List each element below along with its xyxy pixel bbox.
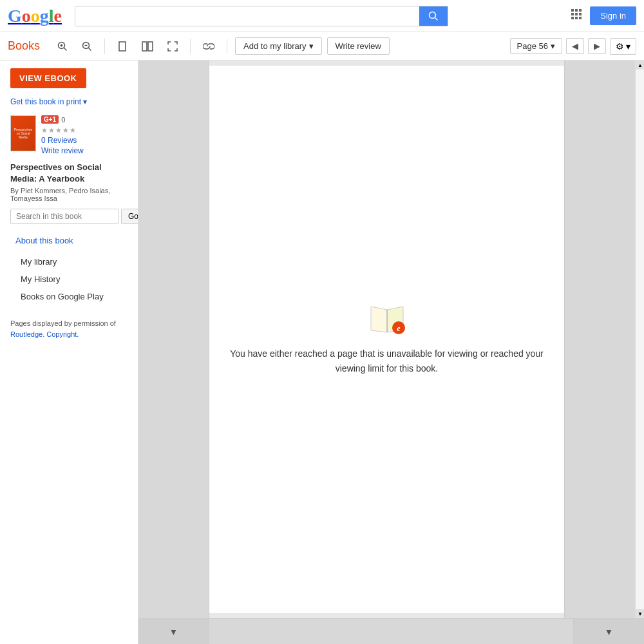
reviews-link[interactable]: 0 Reviews [41,136,130,145]
search-bar [75,6,448,26]
main-layout: VIEW EBOOK Get this book in print ▾ Pers… [0,61,644,644]
single-page-icon [117,41,128,52]
next-page-button[interactable]: ▶ [588,38,606,54]
settings-button[interactable]: ⚙ ▾ [610,38,636,55]
sidebar-item-my-library[interactable]: My library [10,253,130,270]
bottom-bar: ▼ ▼ [138,618,644,644]
left-page-area [138,61,209,618]
book-title: Perspectives on Social Media: A Yearbook [10,162,130,185]
toolbar-separator-3 [227,39,227,54]
view-ebook-button[interactable]: VIEW EBOOK [10,68,86,88]
sidebar-item-books-google-play[interactable]: Books on Google Play [10,288,130,305]
book-search-go-button[interactable]: Go [121,209,138,224]
topbar-right: Sign in [571,6,636,25]
toolbar-right: Page 56 ▾ ◀ ▶ ⚙ ▾ [510,38,636,55]
search-button[interactable] [419,6,448,26]
main-page: e You have either reached a page that is… [209,66,564,613]
apps-icon[interactable] [571,8,582,23]
search-input[interactable] [75,6,419,26]
search-icon [428,11,439,21]
right-scrollbar: ▲ ▼ [635,61,644,618]
scroll-track [636,70,644,609]
svg-rect-3 [575,9,578,12]
svg-point-0 [430,12,436,18]
svg-rect-8 [571,17,574,19]
top-navigation-bar: Google Sign in [0,0,644,32]
get-print-link[interactable]: Get this book in print ▾ [10,97,130,106]
copyright-link[interactable]: Copyright [46,330,77,338]
get-print-arrow-icon: ▾ [83,97,87,106]
books-title[interactable]: Books [8,39,40,53]
write-review-link[interactable]: Write review [41,146,130,155]
book-cover: Perspectives on Social Media [10,115,36,151]
page-limit-icon: e [368,303,406,337]
pages-container: e You have either reached a page that is… [138,61,644,618]
write-review-button[interactable]: Write review [327,37,390,55]
book-meta-right: G+1 0 ★★★★★ 0 Reviews Write review [41,115,130,155]
double-page-icon [142,41,153,52]
scroll-down-button[interactable]: ▼ [636,609,644,618]
svg-line-12 [64,48,67,50]
book-search-input[interactable] [10,209,118,224]
page-indicator: Page 56 ▾ [510,38,562,54]
add-library-label: Add to my library [243,41,307,51]
link-icon [203,42,214,51]
book-authors: By Piet Kommers, Pedro Isaias, Tomayess … [10,187,130,202]
write-review-label: Write review [336,41,381,51]
svg-rect-6 [575,13,578,15]
gplus-badge: G+1 0 [41,115,130,124]
about-book-link[interactable]: About this book [10,233,130,248]
settings-icon: ⚙ [616,41,624,52]
content-area: e You have either reached a page that is… [138,61,644,644]
bottom-center-area [209,619,573,644]
gplus-button[interactable]: G+1 [41,115,59,124]
sidebar: VIEW EBOOK Get this book in print ▾ Pers… [0,61,138,644]
scroll-up-button[interactable]: ▲ [636,61,644,70]
bottom-left-area: ▼ [138,619,209,644]
footer-permission-text: Pages displayed by permission of [10,319,116,327]
page-label: Page 56 [517,41,548,51]
book-search-area: Go [10,209,130,224]
svg-text:e: e [397,324,401,333]
signin-button[interactable]: Sign in [590,6,636,25]
books-toolbar: Books Add to my library ▾ Write review P… [0,32,644,61]
gplus-count: 0 [61,116,65,124]
svg-marker-22 [371,307,387,332]
svg-rect-4 [579,9,582,12]
prev-page-button[interactable]: ◀ [566,38,584,54]
zoom-in-button[interactable] [53,38,72,55]
svg-rect-18 [119,42,126,51]
toolbar-separator-2 [190,39,191,54]
routledge-link[interactable]: Routledge [10,330,43,338]
zoom-out-button[interactable] [77,38,97,55]
bottom-right-area: ▼ [573,619,644,644]
zoom-in-icon [57,41,68,52]
google-logo[interactable]: Google [8,6,62,26]
add-library-dropdown-icon: ▾ [309,41,314,51]
svg-line-16 [89,48,91,50]
page-limit-message: You have either reached a page that is u… [230,346,544,375]
single-page-button[interactable] [113,38,132,55]
svg-rect-9 [575,17,578,19]
link-button[interactable] [198,39,219,54]
book-meta: Perspectives on Social Media G+1 0 ★★★★★… [10,115,130,155]
star-rating: ★★★★★ [41,126,130,135]
toolbar-separator-1 [104,39,105,54]
fullscreen-button[interactable] [163,38,182,55]
bottom-left-arrow-button[interactable]: ▼ [162,623,186,641]
page-dropdown-icon: ▾ [551,41,555,51]
double-page-button[interactable] [137,38,158,55]
zoom-out-icon [82,41,92,52]
add-library-button[interactable]: Add to my library ▾ [235,37,322,55]
sidebar-footer: Pages displayed by permission of Routled… [10,318,130,339]
svg-rect-20 [148,42,153,51]
fullscreen-icon [167,41,178,52]
svg-rect-19 [142,42,147,51]
bottom-right-arrow-button[interactable]: ▼ [597,623,621,641]
svg-line-1 [435,17,438,20]
svg-rect-10 [579,17,582,19]
right-page-area [564,61,635,618]
svg-rect-5 [571,13,574,15]
svg-rect-7 [579,13,582,15]
sidebar-item-my-history[interactable]: My History [10,270,130,288]
